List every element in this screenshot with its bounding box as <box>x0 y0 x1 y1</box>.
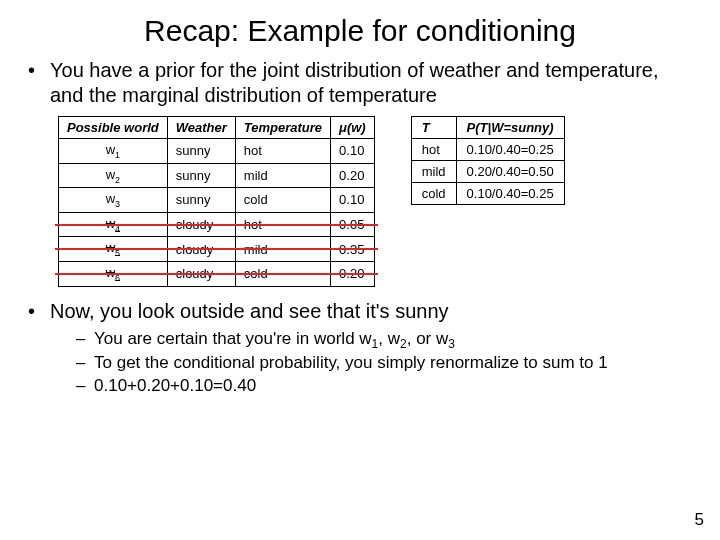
table-row: w3 sunny cold 0.10 <box>59 188 375 213</box>
col-possible-world: Possible world <box>59 117 168 139</box>
table-row: w1 sunny hot 0.10 <box>59 139 375 164</box>
tables-row: Possible world Weather Temperature μ(w) … <box>58 116 692 287</box>
slide-title: Recap: Example for conditioning <box>0 0 720 58</box>
table-row: cold 0.10/0.40=0.25 <box>411 183 564 205</box>
worlds-table: Possible world Weather Temperature μ(w) … <box>58 116 375 287</box>
col-mu: μ(w) <box>331 117 375 139</box>
col-P: P(T|W=sunny) <box>456 117 564 139</box>
subbullet-renormalize: To get the conditional probability, you … <box>76 352 692 375</box>
strike-line <box>55 224 379 226</box>
slide-content: You have a prior for the joint distribut… <box>0 58 720 398</box>
bullet-observe: Now, you look outside and see that it's … <box>28 299 692 398</box>
table-header-row: Possible world Weather Temperature μ(w) <box>59 117 375 139</box>
strike-line <box>55 273 379 275</box>
table-row: w2 sunny mild 0.20 <box>59 163 375 188</box>
bullet-prior: You have a prior for the joint distribut… <box>28 58 692 108</box>
col-temperature: Temperature <box>235 117 330 139</box>
col-weather: Weather <box>167 117 235 139</box>
col-T: T <box>411 117 456 139</box>
table-row: mild 0.20/0.40=0.50 <box>411 161 564 183</box>
strike-line <box>55 248 379 250</box>
subbullet-sum: 0.10+0.20+0.10=0.40 <box>76 375 692 398</box>
table-row: hot 0.10/0.40=0.25 <box>411 139 564 161</box>
table-header-row: T P(T|W=sunny) <box>411 117 564 139</box>
subbullet-worlds: You are certain that you're in world w1,… <box>76 328 692 353</box>
page-number: 5 <box>695 510 704 530</box>
conditional-table: T P(T|W=sunny) hot 0.10/0.40=0.25 mild 0… <box>411 116 565 205</box>
